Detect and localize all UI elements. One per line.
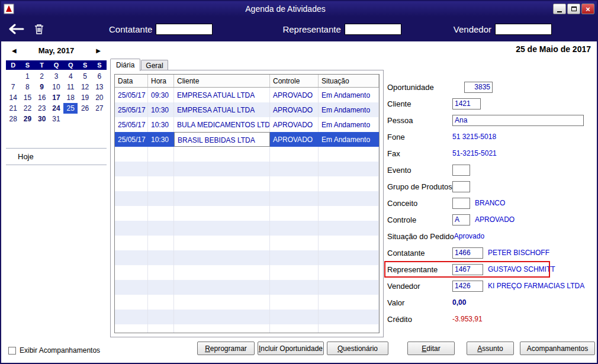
cliente-field[interactable]: 1421 [452, 98, 481, 109]
cell-hora: 10:30 [148, 117, 174, 132]
calendar-day-11[interactable]: 11 [63, 82, 78, 92]
calendar-grid: 1234567891011121314151617181920212223242… [6, 71, 107, 124]
calendar-day-5[interactable]: 5 [78, 71, 92, 82]
contatante-field[interactable]: 1466 [452, 247, 483, 259]
grupo-de-produtos-field[interactable] [452, 181, 470, 192]
window-controls: × [553, 4, 594, 14]
app-icon [4, 4, 14, 14]
table-row[interactable]: 25/05/1710:30BULA MEDICAMENTOS LTDAAPROV… [115, 117, 379, 132]
calendar-day-26[interactable]: 26 [78, 103, 92, 114]
cell-cliente: BRASIL BEBIDAS LTDA [174, 132, 270, 147]
maximize-button[interactable] [567, 4, 580, 14]
calendar-day-7[interactable]: 7 [6, 82, 20, 92]
cell-situacao: Em Andamento [319, 88, 379, 102]
column-header-cliente[interactable]: Cliente [174, 75, 270, 87]
cell-data [115, 176, 148, 191]
cell-cliente [174, 176, 270, 191]
detail-row-valor: Valor0,00 [387, 294, 596, 311]
buttons-row: ReprogramarIncluir OportunidadeQuestioná… [197, 342, 595, 355]
calendar-day-header: T [35, 62, 49, 69]
previous-month-icon[interactable]: ◀ [12, 47, 17, 54]
calendar-day-24[interactable]: 24 [49, 103, 63, 114]
calendar-day-19[interactable]: 19 [78, 92, 92, 103]
exibir-acompanhamentos-checkbox[interactable] [8, 347, 16, 355]
calendar-day-21[interactable]: 21 [6, 103, 20, 114]
calendar-day-22[interactable]: 22 [20, 103, 34, 114]
calendar-day-14[interactable]: 14 [6, 92, 20, 103]
calendar-day-headers: DSTQQSS [6, 60, 107, 70]
calendar-day-16[interactable]: 16 [35, 92, 49, 103]
today-block: Hoje [6, 148, 107, 165]
representante-field[interactable]: 1467 [452, 264, 483, 275]
incluir-oportunidade-button[interactable]: Incluir Oportunidade [258, 342, 324, 355]
calendar-day-28[interactable]: 28 [6, 114, 20, 124]
vendedor-toolbar-input[interactable] [495, 24, 552, 35]
cell-cliente: EMPRESA ATUAL LTDA [174, 102, 270, 117]
cell-data [115, 295, 148, 310]
calendar-day-8[interactable]: 8 [20, 82, 34, 92]
calendar-day-6[interactable]: 6 [92, 71, 107, 82]
pessoa-field[interactable]: Ana [452, 115, 584, 126]
cell-controle: APROVADO [270, 117, 319, 132]
calendar-day-2[interactable]: 2 [35, 71, 49, 82]
calendar-title: May, 2017 [38, 46, 74, 55]
close-button[interactable]: × [581, 4, 594, 14]
contatante-toolbar-input[interactable] [156, 24, 213, 35]
controle-field[interactable]: A [452, 214, 470, 226]
calendar-day-23[interactable]: 23 [35, 103, 49, 114]
table-row[interactable]: 25/05/1710:30BRASIL BEBIDAS LTDAAPROVADO… [115, 132, 379, 147]
calendar-day-4[interactable]: 4 [63, 71, 78, 82]
representante-toolbar-input[interactable] [345, 24, 401, 35]
tab-diaria[interactable]: Diária [110, 59, 140, 71]
calendar-day-13[interactable]: 13 [92, 82, 107, 92]
cell-situacao: Em Andamento [319, 132, 379, 147]
questionario-button[interactable]: Questionário [327, 342, 388, 355]
assunto-button[interactable]: Assunto [467, 342, 514, 355]
table-row-empty [115, 250, 379, 265]
table-row[interactable]: 25/05/1709:30EMPRESA ATUAL LTDAAPROVADOE… [115, 88, 379, 102]
calendar-day-9[interactable]: 9 [35, 82, 49, 92]
calendar-day-27[interactable]: 27 [92, 103, 107, 114]
oportunidade-field[interactable]: 3835 [464, 82, 493, 93]
calendar-day-31[interactable]: 31 [49, 114, 63, 124]
column-header-controle[interactable]: Controle [270, 75, 319, 87]
conceito-field[interactable] [452, 198, 470, 209]
calendar-day-30[interactable]: 30 [35, 114, 49, 124]
calendar-day-20[interactable]: 20 [92, 92, 107, 103]
calendar-day-12[interactable]: 12 [78, 82, 92, 92]
back-arrow-icon[interactable] [8, 24, 25, 34]
calendar-day-18[interactable]: 18 [63, 92, 78, 103]
calendar-day-25[interactable]: 25 [63, 103, 78, 114]
column-header-data[interactable]: Data [115, 75, 148, 87]
vendedor-toolbar-label: Vendedor [454, 24, 491, 34]
calendar-day-15[interactable]: 15 [20, 92, 34, 103]
next-month-icon[interactable]: ▶ [96, 47, 101, 54]
column-header-situacao[interactable]: Situação [319, 75, 379, 87]
calendar-day-29[interactable]: 29 [20, 114, 34, 124]
minimize-button[interactable] [553, 4, 566, 14]
reprogramar-button[interactable]: Reprogramar [197, 342, 255, 355]
maximize-icon [571, 7, 577, 11]
vendedor-label: Vendedor [387, 282, 452, 291]
grupo-de-produtos-label: Grupo de Produtos [387, 182, 452, 191]
credito-label: Crédito [387, 315, 452, 324]
calendar-day-1[interactable]: 1 [20, 71, 34, 82]
pessoa-label: Pessoa [387, 116, 452, 125]
trash-icon[interactable] [34, 24, 44, 34]
today-button[interactable]: Hoje [6, 149, 107, 165]
editar-button[interactable]: Editar [407, 342, 455, 355]
column-header-hora[interactable]: Hora [148, 75, 174, 87]
calendar-day-17[interactable]: 17 [49, 92, 63, 103]
representante-label: Representante [387, 265, 452, 274]
cell-hora [148, 265, 174, 280]
table-row[interactable]: 25/05/1710:30EMPRESA ATUAL LTDAAPROVADOE… [115, 102, 379, 117]
acompanhamentos-button[interactable]: Acompanhamentos [520, 342, 595, 355]
vendedor-field[interactable]: 1426 [452, 281, 483, 292]
calendar-day-10[interactable]: 10 [49, 82, 63, 92]
grid-header: DataHoraClienteControleSituação [115, 75, 379, 88]
table-row-empty [115, 265, 379, 280]
calendar-day-3[interactable]: 3 [49, 71, 63, 82]
evento-field[interactable] [452, 165, 470, 176]
calendar-day-header: D [6, 62, 20, 69]
cliente-label: Cliente [387, 99, 452, 108]
